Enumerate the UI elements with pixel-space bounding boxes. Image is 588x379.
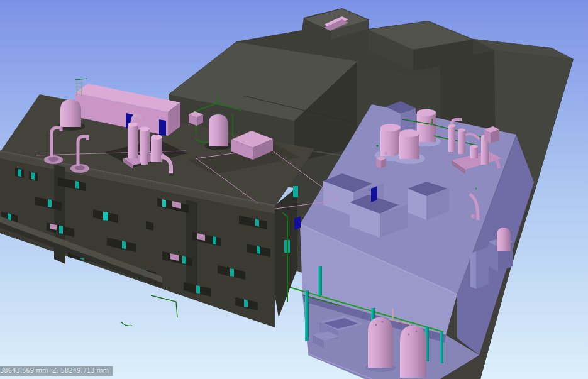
courtyard-navy-door: [371, 186, 377, 202]
teal-column: [440, 332, 443, 363]
model-viewport[interactable]: 38643.669 mm Z: 58249.713 mm: [0, 0, 588, 379]
coordinate-tooltip: 38643.669 mm Z: 58249.713 mm: [0, 366, 113, 376]
roof-dome-tank: [60, 99, 81, 127]
penthouse-navy-door: [159, 119, 166, 136]
dome-tank-east: [497, 228, 511, 251]
dome-tank-2: [400, 326, 426, 378]
scene-3d: [0, 0, 588, 379]
teal-column: [305, 290, 309, 341]
